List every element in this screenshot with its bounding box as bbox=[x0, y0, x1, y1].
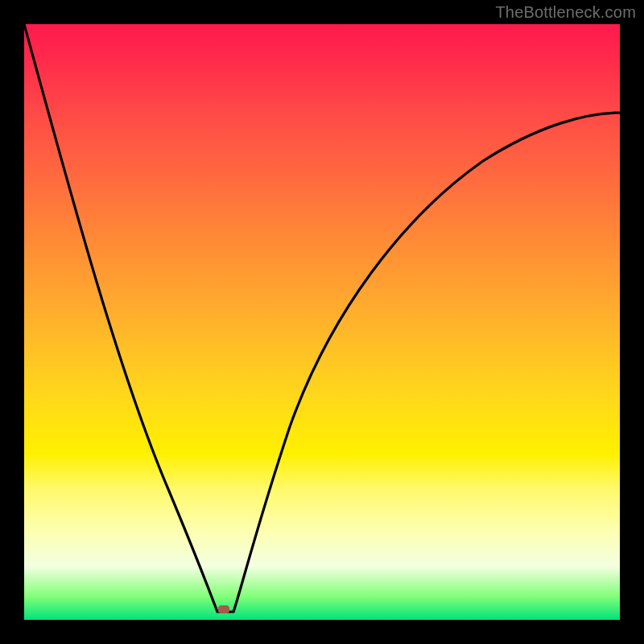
plot-area bbox=[24, 24, 620, 620]
watermark-text: TheBottleneck.com bbox=[495, 3, 636, 22]
optimal-marker bbox=[218, 605, 229, 613]
curve-path bbox=[24, 24, 620, 612]
bottleneck-curve bbox=[24, 24, 620, 620]
chart-frame: TheBottleneck.com bbox=[0, 0, 644, 644]
